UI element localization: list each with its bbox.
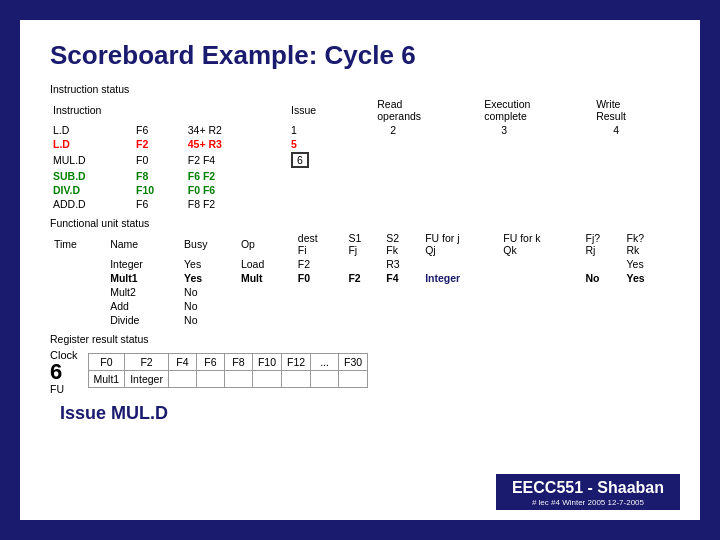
col-header-exec: Executioncomplete: [481, 97, 593, 123]
slide: Scoreboard Example: Cycle 6 Instruction …: [20, 20, 700, 520]
functional-unit-section: Functional unit status Time Name Busy Op…: [50, 217, 670, 327]
col-header-write: WriteResult: [593, 97, 670, 123]
clock-value: 6: [50, 361, 78, 383]
functional-unit-header: Functional unit status: [50, 217, 670, 229]
instruction-status-section: Instruction status Instruction Issue Rea…: [50, 83, 670, 211]
register-result-section: Register result status Clock 6 FU F0 F2 …: [50, 333, 670, 395]
issue-label: Issue MUL.D: [60, 403, 670, 424]
table-row: DIV.DF10F0 F6: [50, 183, 670, 197]
fu-label: FU: [50, 383, 78, 395]
col-header-instruction: Instruction: [50, 97, 271, 123]
col-header-issue: Issue: [271, 97, 374, 123]
table-row: MUL.DF0F2 F4 6: [50, 151, 670, 169]
table-row: SUB.DF8F6 F2: [50, 169, 670, 183]
table-row: Integer Yes Load F2 R3 Yes: [50, 257, 670, 271]
register-result-header: Register result status: [50, 333, 670, 345]
table-row: Add No: [50, 299, 670, 313]
instruction-status-header: Instruction status: [50, 83, 670, 95]
clock-section: Clock 6 FU F0 F2 F4 F6 F8 F: [50, 349, 670, 395]
table-row: Divide No: [50, 313, 670, 327]
content-area: Instruction status Instruction Issue Rea…: [50, 83, 670, 424]
functional-unit-table: Time Name Busy Op destFi S1Fj S2Fk FU fo…: [50, 231, 670, 327]
table-row: Mult2 No: [50, 285, 670, 299]
register-table-container: F0 F2 F4 F6 F8 F10 F12 ... F30: [88, 353, 369, 388]
table-row: ADD.DF6F8 F2: [50, 197, 670, 211]
table-row: L.DF245+ R3 5: [50, 137, 670, 151]
clock-group: Clock 6 FU: [50, 349, 78, 395]
table-row: Mult1 Integer: [88, 371, 368, 388]
table-row: L.DF634+ R2 1 2 3 4: [50, 123, 670, 137]
instruction-table: Instruction Issue Readoperands Execution…: [50, 97, 670, 211]
footer: EECC551 - Shaaban # lec #4 Winter 2005 1…: [496, 474, 680, 510]
table-row: Mult1 Yes Mult F0 F2 F4 Integer No Yes: [50, 271, 670, 285]
boxed-issue: 6: [291, 152, 309, 168]
register-table: F0 F2 F4 F6 F8 F10 F12 ... F30: [88, 353, 369, 388]
page-title: Scoreboard Example: Cycle 6: [50, 40, 670, 71]
col-header-read: Readoperands: [374, 97, 481, 123]
footer-main-text: EECC551 - Shaaban: [512, 479, 664, 497]
footer-sub-text: # lec #4 Winter 2005 12-7-2005: [512, 498, 664, 507]
